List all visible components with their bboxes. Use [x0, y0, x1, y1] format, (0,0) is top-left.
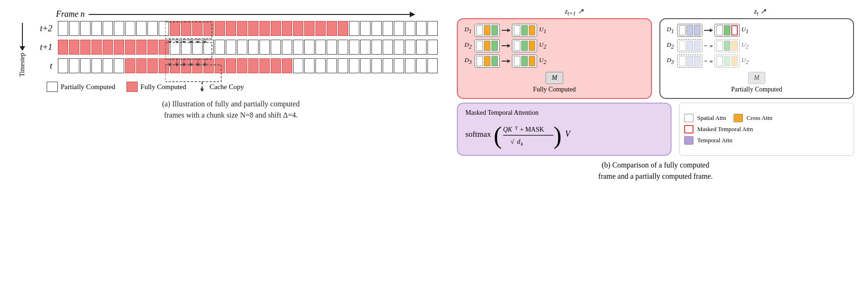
cell	[416, 21, 427, 36]
svg-text:√: √	[511, 138, 514, 145]
row-label-t1: t+1	[30, 42, 58, 52]
pd3-arrow	[704, 61, 713, 62]
svg-text:QK: QK	[503, 126, 512, 133]
cell	[349, 58, 359, 73]
cell	[304, 21, 315, 36]
cell	[338, 58, 348, 73]
cell	[69, 40, 79, 55]
cell	[103, 21, 113, 36]
mini-block	[514, 25, 520, 35]
cell	[405, 40, 415, 55]
lg-masked-box	[684, 125, 693, 133]
u1-label: U1	[539, 26, 548, 35]
main-container: Frame n Timestep t+2	[0, 0, 868, 300]
formula-title: Masked Temporal Attention	[465, 109, 539, 117]
mini-block	[716, 25, 723, 35]
timestep-line	[22, 23, 23, 46]
cell	[315, 58, 326, 73]
cell	[237, 21, 247, 36]
d1-blocks	[475, 24, 500, 37]
mini-block	[731, 56, 738, 66]
cell	[271, 21, 281, 36]
cells-t2	[58, 21, 438, 36]
u2-label: U2	[539, 41, 548, 50]
cell	[315, 21, 326, 36]
cell	[394, 40, 404, 55]
timestep-label: Timestep	[19, 53, 26, 77]
cell	[103, 58, 113, 73]
fully-computed-inner: D1 U1	[464, 24, 644, 84]
cell	[237, 40, 247, 55]
cell	[147, 40, 158, 55]
mini-block	[521, 56, 528, 66]
bottom-section: Masked Temporal Attention softmax ( QK T…	[457, 103, 854, 156]
right-caption-line1: (b) Comparison of a fully computed	[457, 160, 854, 171]
legend-box-full	[126, 82, 138, 92]
cell	[170, 21, 180, 36]
rows-t1-t-wrapper: t+1 t	[30, 40, 438, 73]
formula-svg: ( QK T + MASK √ d k ) V	[493, 120, 577, 149]
frame-axis: Frame n	[56, 9, 443, 19]
cell	[327, 58, 337, 73]
cell	[181, 40, 191, 55]
d3-arrow	[502, 61, 510, 62]
legend-label-cache: Cache Copy	[210, 83, 244, 91]
cell	[159, 40, 169, 55]
lg-spatial-box	[684, 114, 693, 122]
cell	[226, 21, 236, 36]
row-label-t2: t+2	[30, 24, 58, 34]
m-box-full: M	[546, 72, 563, 84]
cell	[125, 21, 135, 36]
cell	[114, 40, 124, 55]
legend: Partially Computed Fully Computed Cache …	[47, 82, 443, 92]
mini-block	[694, 25, 700, 35]
cell	[360, 58, 371, 73]
d3-label: D3	[464, 56, 473, 66]
mini-block	[724, 41, 730, 51]
partially-computed-title: Partially Computed	[667, 86, 847, 93]
cell	[360, 21, 371, 36]
cell	[271, 58, 281, 73]
mini-block	[514, 56, 520, 66]
d3-row: D3 U2	[464, 55, 644, 68]
partially-computed-inner: D1 U1	[667, 24, 847, 84]
cell	[170, 58, 180, 73]
pu2-label: U2	[742, 41, 751, 50]
cell	[192, 21, 203, 36]
cell	[203, 40, 214, 55]
partially-computed-box: D1 U1	[659, 18, 854, 99]
frame-row-t2: t+2	[30, 21, 438, 36]
d1-row: D1 U1	[464, 24, 644, 37]
legend-dashed-arrow	[197, 82, 207, 92]
cell	[394, 58, 404, 73]
cell	[80, 58, 91, 73]
mini-block	[484, 56, 490, 66]
mini-block	[731, 25, 738, 35]
mini-block	[686, 41, 693, 51]
legend-label-full: Fully Computed	[140, 83, 186, 91]
d2-arrow	[502, 45, 510, 46]
cell	[383, 58, 393, 73]
u3-blocks-full	[512, 55, 537, 68]
cell	[159, 21, 169, 36]
mini-block	[484, 25, 490, 35]
cell	[192, 58, 203, 73]
cell	[181, 21, 191, 36]
u3-label: U2	[539, 56, 548, 66]
pu2-blocks	[714, 39, 740, 52]
z-labels-row: zt+1 ↗ zt ↗	[471, 7, 854, 17]
caption-line2: frames with a chunk size N=8 and shift Δ…	[19, 110, 443, 121]
pd3-blocks	[677, 55, 702, 68]
cell	[293, 58, 303, 73]
timestep-arrow-head	[20, 46, 25, 51]
m-box-partial: M	[748, 72, 766, 84]
mini-block	[716, 56, 723, 66]
cell	[259, 21, 270, 36]
cell	[282, 58, 292, 73]
d2-blocks	[475, 39, 500, 52]
formula-content: softmax ( QK T + MASK √ d k	[465, 120, 577, 149]
cell	[248, 40, 259, 55]
svg-text:k: k	[521, 141, 524, 147]
cell	[293, 40, 303, 55]
cell	[147, 58, 158, 73]
